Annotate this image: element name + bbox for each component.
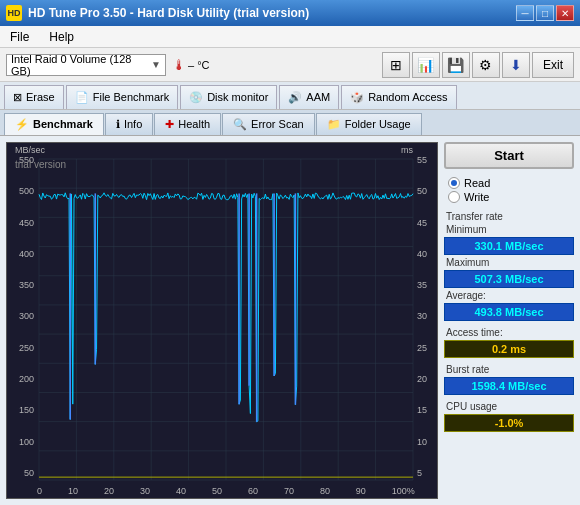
cpu-usage-section: CPU usage -1.0%	[444, 401, 574, 432]
benchmark-icon: ⚡	[15, 118, 29, 131]
drive-label: Intel Raid 0 Volume (128 GB)	[11, 53, 151, 77]
burst-rate-value: 1598.4 MB/sec	[444, 377, 574, 395]
benchmark-chart	[7, 143, 437, 498]
file-benchmark-icon: 📄	[75, 91, 89, 104]
tab-error-scan[interactable]: 🔍 Error Scan	[222, 113, 315, 135]
erase-icon: ⊠	[13, 91, 22, 104]
maximize-button[interactable]: □	[536, 5, 554, 21]
burst-rate-section: Burst rate 1598.4 MB/sec	[444, 364, 574, 395]
tab-folder-usage[interactable]: 📁 Folder Usage	[316, 113, 422, 135]
y-axis-left: 550 500 450 400 350 300 250 200 150 100 …	[7, 143, 37, 478]
minimize-button[interactable]: ─	[516, 5, 534, 21]
y-axis-right: 55 50 45 40 35 30 25 20 15 10 5	[415, 143, 437, 478]
write-label: Write	[464, 191, 489, 203]
average-label: Average:	[444, 290, 574, 301]
graph-button[interactable]: 📊	[412, 52, 440, 78]
write-radio[interactable]: Write	[448, 191, 570, 203]
watermark: trial version	[15, 159, 66, 170]
menu-bar: File Help	[0, 26, 580, 48]
health-icon: ✚	[165, 118, 174, 131]
toolbar: Intel Raid 0 Volume (128 GB) ▼ 🌡 – °C ⊞ …	[0, 48, 580, 82]
access-time-label: Access time:	[444, 327, 574, 338]
dropdown-arrow-icon: ▼	[151, 59, 161, 70]
minimum-label: Minimum	[444, 224, 574, 235]
tab-benchmark[interactable]: ⚡ Benchmark	[4, 113, 104, 135]
save-button[interactable]: 💾	[442, 52, 470, 78]
drive-select: Intel Raid 0 Volume (128 GB) ▼	[6, 54, 166, 76]
error-scan-icon: 🔍	[233, 118, 247, 131]
title-text: HD Tune Pro 3.50 - Hard Disk Utility (tr…	[28, 6, 309, 20]
tab-erase[interactable]: ⊠ Erase	[4, 85, 64, 109]
disk-monitor-icon: 💿	[189, 91, 203, 104]
read-radio-dot	[448, 177, 460, 189]
title-bar: HD HD Tune Pro 3.50 - Hard Disk Utility …	[0, 0, 580, 26]
copy-button[interactable]: ⊞	[382, 52, 410, 78]
toolbar-buttons: ⊞ 📊 💾 ⚙ ⬇ Exit	[382, 52, 574, 78]
temp-unit: – °C	[188, 59, 210, 71]
tab-health[interactable]: ✚ Health	[154, 113, 221, 135]
minimum-value: 330.1 MB/sec	[444, 237, 574, 255]
menu-help[interactable]: Help	[45, 29, 78, 45]
main-content: MB/sec ms trial version 550 500 450 400 …	[0, 136, 580, 505]
y-right-label: ms	[401, 145, 413, 155]
cpu-usage-value: -1.0%	[444, 414, 574, 432]
transfer-mode-group: Read Write	[444, 175, 574, 205]
tab-file-benchmark[interactable]: 📄 File Benchmark	[66, 85, 178, 109]
maximum-value: 507.3 MB/sec	[444, 270, 574, 288]
tab-random-access[interactable]: 🎲 Random Access	[341, 85, 456, 109]
access-time-value: 0.2 ms	[444, 340, 574, 358]
download-button[interactable]: ⬇	[502, 52, 530, 78]
menu-file[interactable]: File	[6, 29, 33, 45]
read-label: Read	[464, 177, 490, 189]
write-radio-dot	[448, 191, 460, 203]
exit-button[interactable]: Exit	[532, 52, 574, 78]
access-time-section: Access time: 0.2 ms	[444, 327, 574, 358]
tools-button[interactable]: ⚙	[472, 52, 500, 78]
drive-dropdown[interactable]: Intel Raid 0 Volume (128 GB) ▼	[6, 54, 166, 76]
app-icon: HD	[6, 5, 22, 21]
chart-container: MB/sec ms trial version 550 500 450 400 …	[6, 142, 438, 499]
average-value: 493.8 MB/sec	[444, 303, 574, 321]
start-button[interactable]: Start	[444, 142, 574, 169]
close-button[interactable]: ✕	[556, 5, 574, 21]
info-icon: ℹ	[116, 118, 120, 131]
temp-indicator: 🌡 – °C	[172, 57, 210, 73]
thermometer-icon: 🌡	[172, 57, 186, 73]
right-panel: Start Read Write Transfer rate Minimum 3…	[444, 142, 574, 499]
tab-aam[interactable]: 🔊 AAM	[279, 85, 339, 109]
tab-info[interactable]: ℹ Info	[105, 113, 153, 135]
aam-icon: 🔊	[288, 91, 302, 104]
x-axis-labels: 0 10 20 30 40 50 60 70 80 90 100%	[37, 486, 415, 496]
tab-disk-monitor[interactable]: 💿 Disk monitor	[180, 85, 277, 109]
burst-rate-label: Burst rate	[444, 364, 574, 375]
folder-usage-icon: 📁	[327, 118, 341, 131]
tab-row-1: ⊠ Erase 📄 File Benchmark 💿 Disk monitor …	[0, 82, 580, 110]
tab-row-2: ⚡ Benchmark ℹ Info ✚ Health 🔍 Error Scan…	[0, 110, 580, 136]
read-radio[interactable]: Read	[448, 177, 570, 189]
transfer-rate-label: Transfer rate	[444, 211, 574, 222]
cpu-usage-label: CPU usage	[444, 401, 574, 412]
maximum-label: Maximum	[444, 257, 574, 268]
random-access-icon: 🎲	[350, 91, 364, 104]
window-controls: ─ □ ✕	[516, 5, 574, 21]
transfer-rate-section: Transfer rate Minimum 330.1 MB/sec Maxim…	[444, 211, 574, 321]
